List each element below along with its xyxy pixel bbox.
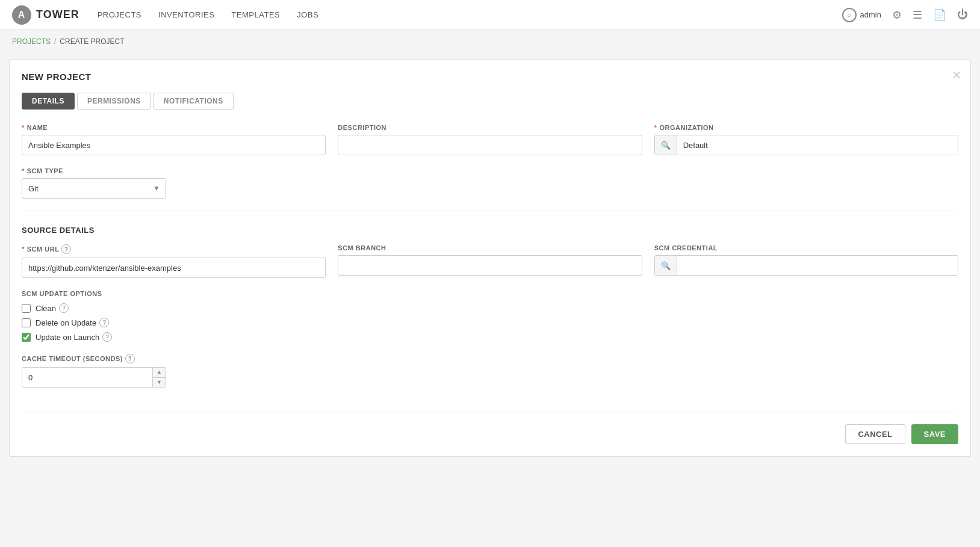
description-group: DESCRIPTION: [338, 124, 642, 155]
stepper-up-button[interactable]: ▲: [153, 368, 166, 378]
name-group: * NAME: [22, 124, 326, 155]
scm-credential-input[interactable]: [677, 256, 958, 275]
scm-type-select-wrapper: Manual Git Mercurial Subversion ▼: [22, 178, 166, 199]
nav-jobs[interactable]: JOBS: [297, 10, 318, 19]
nav-links: PROJECTS INVENTORIES TEMPLATES JOBS: [98, 10, 824, 19]
clean-label: Clean ?: [36, 303, 69, 313]
organization-label: * ORGANIZATION: [654, 124, 958, 131]
cache-timeout-stepper: ▲ ▼: [22, 367, 166, 388]
scm-branch-input[interactable]: [338, 255, 642, 276]
org-required: *: [654, 124, 657, 131]
tab-details[interactable]: DETAILS: [22, 93, 75, 110]
logo-icon: A: [12, 5, 31, 25]
cache-timeout-section: CACHE TIMEOUT (SECONDS) ? ▲ ▼: [22, 354, 958, 388]
name-input[interactable]: [22, 135, 326, 155]
nav-projects[interactable]: PROJECTS: [98, 10, 141, 19]
form-footer: CANCEL SAVE: [22, 412, 958, 444]
update-on-launch-row: Update on Launch ?: [22, 332, 958, 342]
form-row-2: * SCM TYPE Manual Git Mercurial Subversi…: [22, 167, 958, 199]
scm-type-required: *: [22, 167, 25, 175]
update-on-launch-label: Update on Launch ?: [36, 332, 112, 342]
scm-type-select[interactable]: Manual Git Mercurial Subversion: [22, 178, 166, 199]
scm-url-help-icon[interactable]: ?: [61, 244, 71, 254]
organization-search-button[interactable]: 🔍: [655, 135, 677, 155]
form-row-3: * SCM URL ? SCM BRANCH SCM CREDENTIAL 🔍: [22, 244, 958, 278]
book-icon[interactable]: 📄: [933, 8, 946, 22]
source-details-title: SOURCE DETAILS: [22, 223, 958, 235]
breadcrumb: PROJECTS / CREATE PROJECT: [0, 30, 980, 53]
settings-icon[interactable]: ⚙: [892, 8, 902, 22]
separator: [22, 211, 958, 211]
scm-credential-label: SCM CREDENTIAL: [654, 244, 958, 252]
update-on-launch-checkbox[interactable]: [22, 333, 31, 342]
app-logo: A TOWER: [12, 5, 79, 25]
clean-help-icon[interactable]: ?: [59, 303, 69, 313]
tab-permissions[interactable]: PERMISSIONS: [77, 93, 151, 110]
scm-update-options-section: SCM UPDATE OPTIONS Clean ? Delete on Upd…: [22, 290, 958, 342]
update-on-launch-help-icon[interactable]: ?: [102, 332, 112, 342]
scm-credential-group: SCM CREDENTIAL 🔍: [654, 244, 958, 278]
stepper-down-button[interactable]: ▼: [153, 378, 166, 388]
nav-right: ○ admin ⚙ ☰ 📄 ⏻: [842, 8, 968, 22]
scm-url-group: * SCM URL ?: [22, 244, 326, 278]
scm-branch-group: SCM BRANCH: [338, 244, 642, 278]
scm-update-options-label: SCM UPDATE OPTIONS: [22, 290, 958, 297]
logout-icon[interactable]: ⏻: [957, 8, 968, 21]
clean-checkbox[interactable]: [22, 304, 31, 313]
cache-timeout-help-icon[interactable]: ?: [125, 354, 135, 363]
cache-timeout-input[interactable]: [22, 368, 152, 387]
main-panel: ✕ NEW PROJECT DETAILS PERMISSIONS NOTIFI…: [9, 59, 971, 457]
form-row-1: * NAME DESCRIPTION * ORGANIZATION 🔍: [22, 124, 958, 155]
app-name: TOWER: [36, 8, 79, 21]
scm-url-input[interactable]: [22, 258, 326, 278]
delete-on-update-row: Delete on Update ?: [22, 318, 958, 327]
username: admin: [860, 10, 881, 19]
docs-icon[interactable]: ☰: [913, 8, 922, 22]
delete-on-update-help-icon[interactable]: ?: [99, 318, 109, 327]
nav-inventories[interactable]: INVENTORIES: [158, 10, 214, 19]
breadcrumb-current: CREATE PROJECT: [60, 37, 124, 46]
description-input[interactable]: [338, 135, 642, 155]
scm-url-label: * SCM URL ?: [22, 244, 326, 254]
stepper-buttons: ▲ ▼: [152, 368, 166, 387]
breadcrumb-parent[interactable]: PROJECTS: [12, 37, 51, 46]
delete-on-update-label: Delete on Update ?: [36, 318, 109, 327]
tab-bar: DETAILS PERMISSIONS NOTIFICATIONS: [22, 93, 958, 110]
nav-templates[interactable]: TEMPLATES: [231, 10, 280, 19]
scm-type-label: * SCM TYPE: [22, 167, 166, 175]
scm-credential-field: 🔍: [654, 255, 958, 276]
breadcrumb-separator: /: [54, 37, 56, 46]
organization-input[interactable]: [677, 135, 958, 155]
delete-on-update-checkbox[interactable]: [22, 318, 31, 327]
organization-group: * ORGANIZATION 🔍: [654, 124, 958, 155]
name-label: * NAME: [22, 124, 326, 131]
top-navigation: A TOWER PROJECTS INVENTORIES TEMPLATES J…: [0, 0, 980, 30]
name-required: *: [22, 124, 25, 131]
save-button[interactable]: SAVE: [911, 424, 958, 444]
scm-type-group: * SCM TYPE Manual Git Mercurial Subversi…: [22, 167, 166, 199]
tab-notifications[interactable]: NOTIFICATIONS: [154, 93, 234, 110]
description-label: DESCRIPTION: [338, 124, 642, 131]
scm-branch-label: SCM BRANCH: [338, 244, 642, 252]
close-button[interactable]: ✕: [952, 68, 962, 82]
cancel-button[interactable]: CANCEL: [845, 424, 905, 444]
user-menu[interactable]: ○ admin: [842, 8, 881, 22]
scm-url-required: *: [22, 246, 25, 253]
section-title: NEW PROJECT: [22, 72, 958, 82]
user-icon: ○: [842, 8, 857, 22]
cache-timeout-label: CACHE TIMEOUT (SECONDS) ?: [22, 354, 958, 363]
clean-row: Clean ?: [22, 303, 958, 313]
scm-credential-search-button[interactable]: 🔍: [655, 256, 677, 275]
organization-field: 🔍: [654, 135, 958, 155]
